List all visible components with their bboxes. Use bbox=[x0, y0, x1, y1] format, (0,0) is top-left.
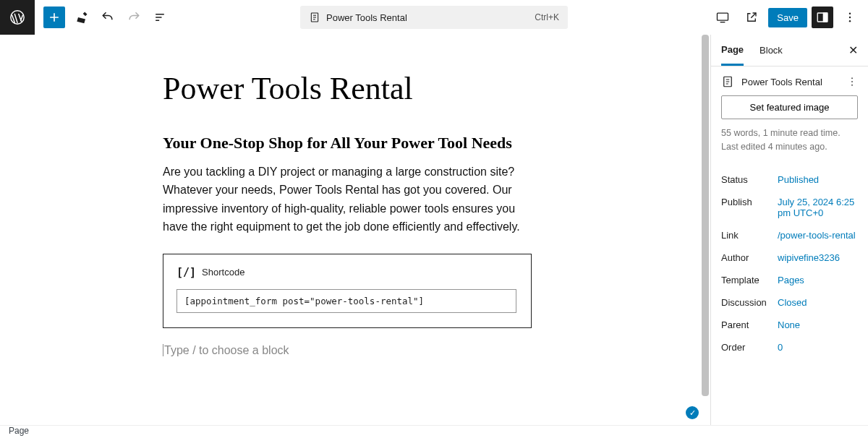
last-edited-text: Last edited 4 minutes ago. bbox=[721, 140, 858, 154]
scrollbar-thumb[interactable] bbox=[702, 35, 709, 396]
main-area: Power Tools Rental Your One-Stop Shop fo… bbox=[0, 35, 868, 425]
word-count-text: 55 words, 1 minute read time. bbox=[721, 126, 858, 140]
close-sidebar-button[interactable]: ✕ bbox=[848, 43, 858, 57]
svg-rect-4 bbox=[824, 13, 827, 22]
page-summary-list: StatusPublished PublishJuly 25, 2024 6:2… bbox=[711, 163, 868, 358]
status-check-badge[interactable]: ✓ bbox=[686, 406, 699, 419]
wordpress-logo[interactable] bbox=[0, 0, 35, 35]
page-icon bbox=[309, 12, 320, 23]
page-subtitle[interactable]: Your One-Stop Shop for All Your Power To… bbox=[163, 134, 694, 153]
shortcode-icon: [/] bbox=[176, 266, 196, 279]
keyboard-shortcut: Ctrl+K bbox=[535, 12, 559, 22]
appender-placeholder: Type / to choose a block bbox=[163, 344, 289, 356]
redo-button[interactable] bbox=[122, 5, 146, 30]
editor-canvas[interactable]: Power Tools Rental Your One-Stop Shop fo… bbox=[0, 35, 710, 425]
document-overview-button[interactable] bbox=[148, 5, 172, 30]
row-author[interactable]: Authorwipivefine3236 bbox=[721, 246, 858, 269]
svg-point-6 bbox=[849, 17, 851, 18]
options-button[interactable] bbox=[838, 5, 862, 30]
row-publish[interactable]: PublishJuly 25, 2024 6:25 pm UTC+0 bbox=[721, 191, 858, 224]
sidebar-page-title: Power Tools Rental bbox=[741, 77, 822, 87]
tab-page[interactable]: Page bbox=[721, 35, 744, 66]
tab-block[interactable]: Block bbox=[760, 36, 783, 64]
shortcode-block[interactable]: [/] Shortcode [appointment_form post="po… bbox=[163, 254, 532, 328]
document-title: Power Tools Rental bbox=[326, 12, 407, 23]
row-parent[interactable]: ParentNone bbox=[721, 314, 858, 336]
tools-button[interactable] bbox=[69, 5, 94, 30]
row-discussion[interactable]: DiscussionClosed bbox=[721, 291, 858, 314]
block-appender[interactable]: Type / to choose a block bbox=[163, 344, 694, 357]
row-link[interactable]: Link/power-tools-rental bbox=[721, 224, 858, 246]
svg-point-5 bbox=[849, 13, 851, 14]
add-block-button[interactable] bbox=[43, 7, 65, 28]
save-button[interactable]: Save bbox=[768, 8, 807, 27]
breadcrumb-footer: Page bbox=[0, 425, 868, 438]
svg-point-10 bbox=[851, 81, 853, 82]
row-template[interactable]: TemplatePages bbox=[721, 269, 858, 291]
settings-sidebar-toggle[interactable] bbox=[812, 7, 833, 28]
document-title-chip[interactable]: Power Tools Rental Ctrl+K bbox=[300, 6, 568, 29]
row-order[interactable]: Order0 bbox=[721, 336, 858, 358]
page-title[interactable]: Power Tools Rental bbox=[163, 71, 694, 108]
undo-button[interactable] bbox=[95, 5, 120, 30]
view-button[interactable] bbox=[710, 5, 735, 30]
settings-sidebar: Page Block ✕ Power Tools Rental Set feat… bbox=[710, 35, 868, 425]
top-toolbar: Power Tools Rental Ctrl+K Save bbox=[0, 0, 868, 35]
breadcrumb[interactable]: Page bbox=[9, 426, 29, 436]
set-featured-image-button[interactable]: Set featured image bbox=[721, 95, 858, 119]
page-icon bbox=[721, 75, 734, 88]
svg-point-7 bbox=[849, 20, 851, 22]
svg-point-9 bbox=[851, 77, 853, 79]
intro-paragraph[interactable]: Are you tackling a DIY project or managi… bbox=[163, 163, 532, 236]
shortcode-input[interactable]: [appointment_form post="power-tools-rent… bbox=[176, 289, 516, 313]
svg-point-11 bbox=[851, 85, 853, 86]
shortcode-label: Shortcode bbox=[202, 267, 244, 278]
svg-rect-2 bbox=[718, 13, 728, 20]
page-actions-button[interactable] bbox=[846, 76, 858, 87]
row-status[interactable]: StatusPublished bbox=[721, 168, 858, 191]
open-external-button[interactable] bbox=[739, 5, 764, 30]
